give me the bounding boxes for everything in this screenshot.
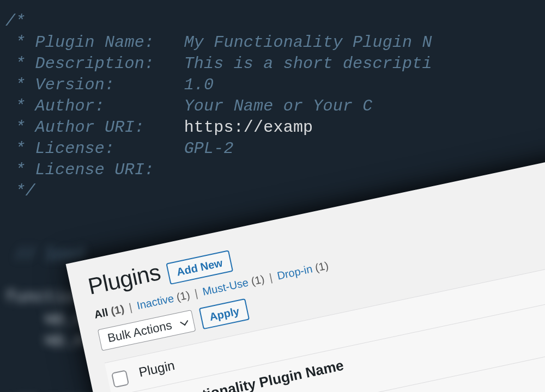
apply-button[interactable]: Apply <box>199 298 250 329</box>
code-line-2-value: 1.0 <box>184 76 214 94</box>
code-line-5-label: * License: <box>5 139 114 158</box>
code-line-4-label: * Author URI: <box>5 118 144 137</box>
code-line-0-label: * Plugin Name: <box>5 33 154 52</box>
column-header-plugin: Plugin <box>137 358 176 380</box>
chevron-down-icon <box>179 318 189 327</box>
filter-all[interactable]: All (1) <box>93 303 125 321</box>
code-line-2-label: * Version: <box>5 76 114 94</box>
add-new-button[interactable]: Add New <box>166 250 233 285</box>
code-line-5-value: GPL-2 <box>184 139 234 158</box>
code-line-3-label: * Author: <box>5 97 105 115</box>
plugins-admin-card: Plugins Add New All (1) | Inactive (1) |… <box>349 229 545 392</box>
code-lower-comment: // load <box>15 246 84 264</box>
filter-drop-in[interactable]: Drop-in (1) <box>276 259 329 281</box>
code-line-6-label: * License URI: <box>5 161 154 179</box>
code-line-0-value: My Functionality Plugin N <box>184 33 432 52</box>
page-title: Plugins <box>86 259 162 300</box>
code-line-1-value: This is a short descripti <box>184 54 432 73</box>
filter-must-use[interactable]: Must-Use (1) <box>202 273 266 298</box>
code-open: /* <box>5 12 25 30</box>
select-all-checkbox[interactable] <box>111 370 129 388</box>
code-close: */ <box>5 182 35 200</box>
code-line-4-value: https://examp <box>184 118 313 137</box>
code-line-3-value: Your Name or Your C <box>184 97 373 115</box>
filter-inactive[interactable]: Inactive (1) <box>136 289 191 311</box>
bulk-actions-label: Bulk Actions <box>106 318 173 345</box>
code-line-1-label: * Description: <box>5 54 154 73</box>
